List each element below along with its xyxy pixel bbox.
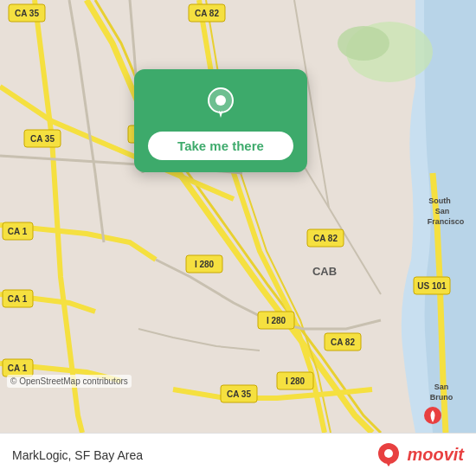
svg-text:CAB: CAB <box>312 265 337 278</box>
svg-text:CA 35: CA 35 <box>15 9 39 18</box>
svg-text:CA 35: CA 35 <box>227 389 251 399</box>
svg-text:CA 82: CA 82 <box>331 338 355 347</box>
popup-card: Take me there <box>134 69 307 172</box>
svg-text:San: San <box>434 383 449 391</box>
svg-text:CA 1: CA 1 <box>8 294 28 304</box>
svg-text:I 280: I 280 <box>195 260 215 269</box>
app-title: MarkLogic, SF Bay Area <box>12 448 143 462</box>
svg-text:CA 82: CA 82 <box>195 9 219 18</box>
svg-text:Bruno: Bruno <box>430 393 453 402</box>
map-svg: CA 35 CA 82 CA 35 I 280 CA 1 I 280 CA 82… <box>0 0 476 433</box>
svg-text:San: San <box>435 207 450 215</box>
svg-point-39 <box>215 95 226 106</box>
moovit-icon <box>376 442 402 468</box>
svg-text:I 280: I 280 <box>286 376 306 386</box>
svg-text:CA 1: CA 1 <box>8 363 28 373</box>
svg-point-2 <box>338 26 389 61</box>
take-me-there-button[interactable]: Take me there <box>148 132 293 160</box>
svg-point-41 <box>384 449 393 458</box>
svg-text:South: South <box>428 196 451 205</box>
moovit-logo: moovit <box>376 442 464 468</box>
svg-text:CA 82: CA 82 <box>313 234 338 243</box>
location-pin-icon <box>202 85 240 123</box>
svg-text:CA 35: CA 35 <box>30 134 55 144</box>
svg-text:I 280: I 280 <box>267 316 286 325</box>
copyright-text: © OpenStreetMap contributors <box>7 375 132 388</box>
svg-text:Francisco: Francisco <box>428 217 465 226</box>
moovit-brand-text: moovit <box>407 445 464 465</box>
bottom-bar: MarkLogic, SF Bay Area moovit <box>0 433 476 476</box>
svg-text:US 101: US 101 <box>417 281 447 291</box>
svg-text:CA 1: CA 1 <box>8 227 28 236</box>
map-container: CA 35 CA 82 CA 35 I 280 CA 1 I 280 CA 82… <box>0 0 476 433</box>
